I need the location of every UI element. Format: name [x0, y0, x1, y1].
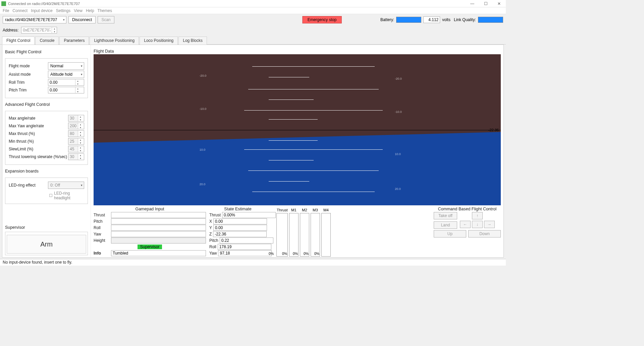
maximize-button[interactable]: ☐ — [479, 0, 492, 7]
assist-mode-label: Assist mode — [9, 72, 48, 77]
command-section: Command Based Flight Control Take off La… — [434, 207, 501, 257]
gamepad-title: Gamepad Input — [94, 207, 206, 211]
assist-mode-select[interactable]: Altitude hold▾ — [48, 71, 84, 78]
up-button[interactable]: Up — [434, 230, 466, 237]
down-button[interactable]: Down — [468, 230, 501, 237]
pitch-trim-input[interactable]: ▲▼ — [48, 87, 84, 93]
dpad-right-button[interactable]: → — [484, 221, 495, 228]
dpad-down-button[interactable]: ↓ — [472, 221, 483, 228]
menu-help[interactable]: Help — [86, 8, 94, 13]
slew-limit-label: SlewLimit (%) — [9, 147, 68, 151]
gp-info-label: Info — [94, 251, 110, 256]
flight-mode-label: Flight mode — [9, 64, 48, 68]
arrow-up-icon: ↑ — [476, 213, 478, 218]
max-yaw-input[interactable]: ▲▼ — [68, 123, 84, 129]
min-thrust-input[interactable]: ▲▼ — [68, 138, 84, 145]
supervisor-group: Arm — [5, 232, 88, 255]
menubar: File Connect Input device Settings View … — [0, 7, 506, 14]
menu-file[interactable]: File — [3, 8, 9, 13]
menu-settings[interactable]: Settings — [56, 8, 70, 13]
tab-bar: Flight Control Console Parameters Lighth… — [0, 36, 506, 45]
chevron-down-icon: ▾ — [63, 18, 65, 21]
flight-mode-select[interactable]: Normal▾ — [48, 62, 84, 70]
tab-flight-control[interactable]: Flight Control — [2, 37, 35, 45]
se-pitch — [220, 237, 273, 244]
dpad-left-button[interactable]: ← — [460, 221, 471, 228]
advanced-flight-group: Max angle/rate ▲▼ Max Yaw angle/rate ▲▼ … — [5, 111, 88, 165]
m4-bar: M40% — [321, 213, 331, 257]
window-title: Connected on radio://0/40/2M/E7E7E7E707 — [8, 2, 466, 6]
stepper-up-icon[interactable]: ▲ — [52, 27, 57, 30]
supervisor-badge: Supervisor — [138, 245, 162, 249]
link-quality-bar — [478, 17, 503, 23]
gp-roll-input[interactable] — [111, 225, 206, 231]
minimize-button[interactable]: — — [466, 0, 479, 7]
volts-label: volts — [442, 17, 450, 22]
max-yaw-label: Max Yaw angle/rate — [9, 124, 68, 128]
roll-trim-input[interactable]: ▲▼ — [48, 79, 84, 86]
toolbar: radio://0/40/2M/E7E7E7E707▾ Disconnect S… — [0, 14, 506, 25]
menu-input-device[interactable]: Input device — [31, 8, 53, 13]
battery-label: Battery: — [380, 17, 394, 22]
pitch-trim-label: Pitch Trim — [9, 88, 48, 92]
content: Basic Flight Control Flight mode Normal▾… — [2, 45, 504, 258]
arm-button[interactable]: Arm — [7, 235, 86, 254]
right-column: Flight Data -22.36 -20.0 -10.0 10.0 20.0… — [91, 45, 503, 257]
thrust-slew-input[interactable]: ▲▼ — [68, 153, 84, 160]
state-estimate-section: State Estimate Thrust X Y Z Pitch Roll Y… — [209, 207, 266, 257]
scan-button[interactable]: Scan — [98, 16, 114, 23]
se-thrust — [222, 212, 276, 218]
expansion-title: Expansion boards — [5, 169, 88, 174]
arrow-right-icon: → — [487, 222, 491, 227]
battery-bar — [396, 17, 421, 23]
state-title: State Estimate — [209, 207, 266, 211]
menu-connect[interactable]: Connect — [12, 8, 28, 13]
max-angle-input[interactable]: ▲▼ — [68, 115, 84, 122]
disconnect-button[interactable]: Disconnect — [68, 16, 96, 23]
thrust-slew-label: Thrust lowering slewrate (%/sec) — [9, 154, 68, 159]
close-button[interactable]: ✕ — [492, 0, 506, 7]
led-effect-label: LED-ring effect — [9, 183, 48, 188]
tab-console[interactable]: Console — [35, 37, 59, 45]
se-y — [213, 225, 267, 231]
link-quality-label: Link Quality: — [454, 17, 476, 22]
takeoff-button[interactable]: Take off — [434, 212, 457, 219]
gp-thrust-label: Thrust — [94, 213, 110, 217]
tab-log-blocks[interactable]: Log Blocks — [178, 37, 207, 45]
led-effect-select[interactable]: 0: Off▾ — [48, 182, 84, 189]
roll-trim-label: Roll Trim — [9, 80, 48, 85]
chevron-down-icon: ▾ — [81, 64, 83, 68]
command-title: Command Based Flight Control — [434, 207, 501, 211]
basic-flight-group: Flight mode Normal▾ Assist mode Altitude… — [5, 58, 88, 98]
arrow-down-icon: ↓ — [476, 222, 478, 227]
gp-pitch-input[interactable] — [111, 218, 206, 224]
gp-thrust-input[interactable] — [111, 212, 206, 218]
basic-flight-title: Basic Flight Control — [5, 50, 88, 54]
bottom-panel: Gamepad Input Thrust Pitch Roll Yaw Heig… — [94, 205, 501, 257]
gp-height-input — [111, 237, 206, 244]
expansion-group: LED-ring effect 0: Off▾ ☐LED-ring headli… — [5, 178, 88, 204]
menu-view[interactable]: View — [74, 8, 83, 13]
dpad-up-button[interactable]: ↑ — [472, 212, 483, 219]
battery-volts: 4.112 — [423, 16, 440, 23]
tab-lighthouse[interactable]: Lighthouse Positioning — [90, 37, 139, 45]
max-thrust-input[interactable]: ▲▼ — [68, 130, 84, 137]
chevron-down-icon: ▾ — [81, 73, 83, 76]
address-input[interactable]: ▲▼ — [21, 27, 57, 33]
stepper-down-icon[interactable]: ▼ — [52, 30, 57, 33]
gp-pitch-label: Pitch — [94, 219, 110, 224]
led-headlight-check[interactable]: ☐LED-ring headlight — [9, 191, 84, 200]
tab-loco[interactable]: Loco Positioning — [140, 37, 178, 45]
titlebar: Connected on radio://0/40/2M/E7E7E7E707 … — [0, 0, 506, 7]
max-thrust-label: Max thrust (%) — [9, 131, 68, 136]
slew-limit-input[interactable]: ▲▼ — [68, 146, 84, 152]
tab-parameters[interactable]: Parameters — [59, 37, 89, 45]
advanced-flight-title: Advanced Flight Control — [5, 102, 88, 107]
address-row: Address: ▲▼ — [0, 25, 506, 36]
emergency-stop-button[interactable]: Emergency stop — [303, 16, 342, 23]
arrow-left-icon: ← — [463, 222, 467, 227]
gp-yaw-input[interactable] — [111, 231, 206, 237]
menu-themes[interactable]: Themes — [98, 8, 112, 13]
land-button[interactable]: Land — [434, 221, 457, 229]
radio-uri-select[interactable]: radio://0/40/2M/E7E7E7E707▾ — [3, 16, 66, 23]
